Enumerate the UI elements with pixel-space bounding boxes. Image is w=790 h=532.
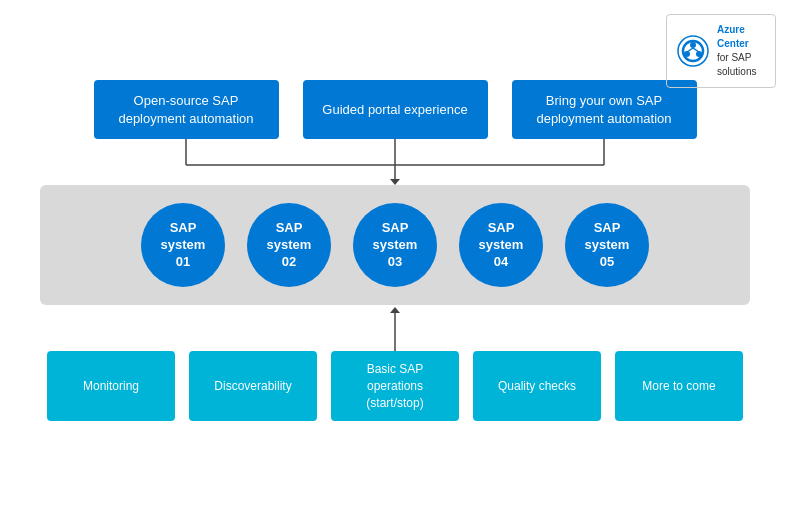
page-container: Azure Center for SAP solutions Open-sour… <box>0 0 790 532</box>
bottom-box-quality-checks: Quality checks <box>473 351 601 421</box>
circle-sap-04: SAP system 04 <box>459 203 543 287</box>
top-connectors-svg <box>40 139 750 185</box>
circle-sap-01: SAP system 01 <box>141 203 225 287</box>
bottom-box-basic-sap: Basic SAP operations (start/stop) <box>331 351 459 421</box>
bottom-connector-svg-container <box>40 305 750 351</box>
top-box-bring-your-own: Bring your own SAP deployment automation <box>512 80 697 139</box>
top-box-guided-portal: Guided portal experience <box>303 80 488 139</box>
bottom-connectors-svg <box>40 305 750 351</box>
azure-logo-icon <box>677 35 709 67</box>
circle-sap-03: SAP system 03 <box>353 203 437 287</box>
bottom-box-discoverability: Discoverability <box>189 351 317 421</box>
circle-sap-02: SAP system 02 <box>247 203 331 287</box>
bottom-box-more-to-come: More to come <box>615 351 743 421</box>
svg-point-2 <box>690 42 696 48</box>
top-row: Open-source SAP deployment automation Gu… <box>30 80 760 139</box>
svg-marker-13 <box>390 179 400 185</box>
azure-badge-text: Azure Center for SAP solutions <box>717 23 765 79</box>
svg-marker-15 <box>390 307 400 313</box>
gray-band: SAP system 01 SAP system 02 SAP system 0… <box>40 185 750 305</box>
bottom-box-monitoring: Monitoring <box>47 351 175 421</box>
azure-badge: Azure Center for SAP solutions <box>666 14 776 88</box>
circle-sap-05: SAP system 05 <box>565 203 649 287</box>
top-box-open-source: Open-source SAP deployment automation <box>94 80 279 139</box>
bottom-row: Monitoring Discoverability Basic SAP ope… <box>30 351 760 421</box>
top-connector-svg-container <box>40 139 750 185</box>
